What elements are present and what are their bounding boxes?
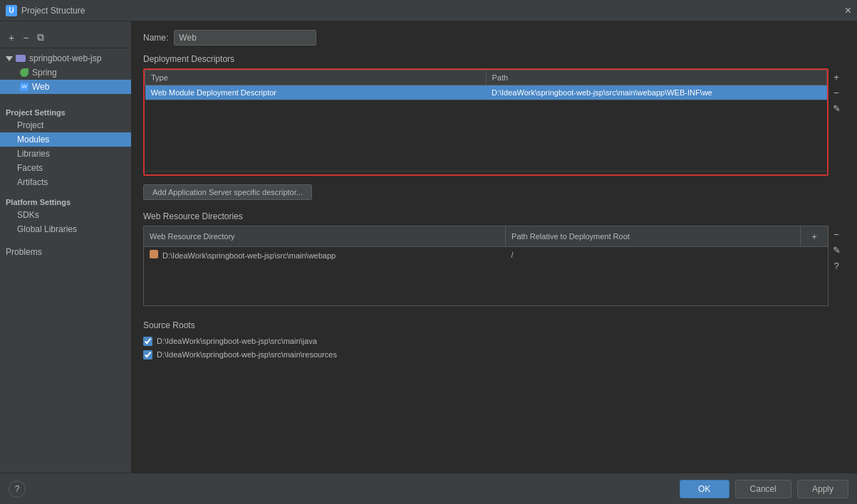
source-root-row-1: D:\IdeaWork\springboot-web-jsp\src\main\… [143,348,846,362]
sidebar-toolbar: + − ⧉ [0,27,131,48]
tree-item-web[interactable]: W Web [0,80,131,94]
sidebar-item-label: Problems [6,247,42,257]
name-input[interactable] [174,30,316,46]
sidebar-item-label: Project [17,120,43,130]
titlebar: U Project Structure × [0,0,857,21]
triangle-icon [6,56,13,61]
leaf-icon [20,68,28,77]
source-root-checkbox-0[interactable] [143,337,152,346]
deployment-table-wrapper: Type Path Web Module Deployment Descript… [143,68,829,176]
add-button[interactable]: + [6,31,17,45]
sidebar-item-project[interactable]: Project [0,118,131,132]
close-button[interactable]: × [845,5,851,16]
tree-item-label: Spring [32,68,57,78]
edit-resource-button[interactable]: ✎ [829,243,844,257]
sidebar-item-label: Artifacts [17,177,48,187]
remove-button[interactable]: − [20,31,31,45]
tree-item-spring[interactable]: Spring [0,65,131,80]
platform-settings-header: Platform Settings [0,195,131,208]
source-root-path-1: D:\IdeaWork\springboot-web-jsp\src\main\… [157,350,337,359]
resource-actions: − ✎ ? [829,226,846,309]
sidebar-item-label: SDKs [17,210,39,220]
source-root-checkbox-1[interactable] [143,350,152,359]
project-settings-header: Project Settings [0,105,131,118]
webapp-icon [150,250,158,258]
resource-table: Web Resource Directory Path Relative to … [143,226,829,306]
remove-resource-button[interactable]: − [829,227,844,241]
path-cell: D:\IdeaWork\springboot-web-jsp\src\main\… [486,85,827,100]
resource-dir-header: Web Resource Directory [144,226,506,247]
titlebar-title: Project Structure [21,6,85,16]
web-resource-title: Web Resource Directories [143,211,846,221]
help-button[interactable]: ? [9,481,26,498]
web-icon: W [20,83,28,91]
bottom-bar: ? OK Cancel Apply [0,473,857,504]
copy-button[interactable]: ⧉ [34,30,47,45]
sidebar-item-sdks[interactable]: SDKs [0,208,131,222]
remove-deployment-button[interactable]: − [829,85,844,100]
table-row[interactable]: Web Module Deployment Descriptor D:\Idea… [145,85,827,100]
content-area: Name: Deployment Descriptors Type Path [132,21,857,473]
sidebar-item-modules[interactable]: Modules [0,132,131,147]
resource-row[interactable]: D:\IdeaWork\springboot-web-jsp\src\main\… [144,247,829,263]
type-cell: Web Module Deployment Descriptor [145,85,487,100]
tree-item-label: Web [32,82,49,92]
sidebar-item-facets[interactable]: Facets [0,161,131,175]
type-header: Type [145,70,487,85]
sidebar-item-global-libraries[interactable]: Global Libraries [0,222,131,236]
apply-button[interactable]: Apply [797,480,848,498]
edit-deployment-button[interactable]: ✎ [829,101,844,115]
sidebar-item-label: Facets [17,163,43,173]
tree-root[interactable]: springboot-web-jsp [0,51,131,65]
deployment-descriptors-title: Deployment Descriptors [143,54,846,64]
add-resource-button[interactable]: + [806,229,822,243]
source-root-path-0: D:\IdeaWork\springboot-web-jsp\src\main\… [157,337,317,345]
sidebar: + − ⧉ springboot-web-jsp Spring W Web Pr… [0,21,132,473]
sidebar-item-artifacts[interactable]: Artifacts [0,175,131,189]
add-deployment-button[interactable]: + [829,70,844,84]
sidebar-item-label: Global Libraries [17,224,77,234]
app-icon: U [6,5,17,16]
path-header: Path [486,70,827,85]
folder-icon [16,55,26,62]
sidebar-item-label: Libraries [17,149,50,159]
sidebar-item-problems[interactable]: Problems [0,245,131,259]
tree-root-label: springboot-web-jsp [29,53,101,63]
deployment-actions: + − ✎ [829,68,846,179]
name-row: Name: [143,30,846,46]
cancel-button[interactable]: Cancel [735,480,791,498]
resource-path-cell: / [506,247,801,263]
resource-dir-cell: D:\IdeaWork\springboot-web-jsp\src\main\… [144,247,506,263]
sidebar-item-libraries[interactable]: Libraries [0,147,131,161]
sidebar-item-label: Modules [17,135,49,145]
question-button[interactable]: ? [829,258,844,273]
name-label: Name: [143,33,168,43]
source-root-row-0: D:\IdeaWork\springboot-web-jsp\src\main\… [143,335,846,348]
deployment-table: Type Path Web Module Deployment Descript… [145,70,827,172]
resource-path-header: Path Relative to Deployment Root [506,226,801,247]
ok-button[interactable]: OK [680,480,729,498]
add-descriptor-button[interactable]: Add Application Server specific descript… [143,184,312,200]
source-roots-title: Source Roots [143,320,846,330]
